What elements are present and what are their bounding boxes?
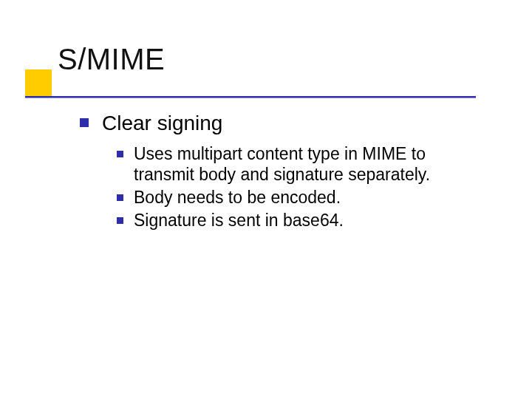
list-item: Body needs to be encoded. [117, 187, 494, 208]
slide-body: Clear signing Uses multipart content typ… [80, 111, 494, 233]
square-bullet-icon [117, 194, 123, 201]
title-accent-square [25, 69, 52, 96]
slide-title: S/MIME [58, 43, 498, 76]
square-bullet-icon [117, 217, 123, 224]
title-underline [25, 96, 476, 98]
square-bullet-icon [80, 118, 89, 127]
list-item-text: Body needs to be encoded. [134, 187, 341, 208]
title-block: S/MIME [25, 43, 498, 76]
sub-list: Uses multipart content type in MIME to t… [117, 143, 494, 231]
list-item-text: Clear signing [102, 111, 222, 136]
list-item-text: Signature is sent in base64. [134, 210, 344, 231]
slide: S/MIME Clear signing Uses multipart cont… [0, 0, 532, 399]
list-item: Uses multipart content type in MIME to t… [117, 143, 494, 186]
square-bullet-icon [117, 151, 123, 157]
list-item: Signature is sent in base64. [117, 210, 494, 231]
list-item: Clear signing [80, 111, 494, 136]
list-item-text: Uses multipart content type in MIME to t… [134, 143, 474, 186]
